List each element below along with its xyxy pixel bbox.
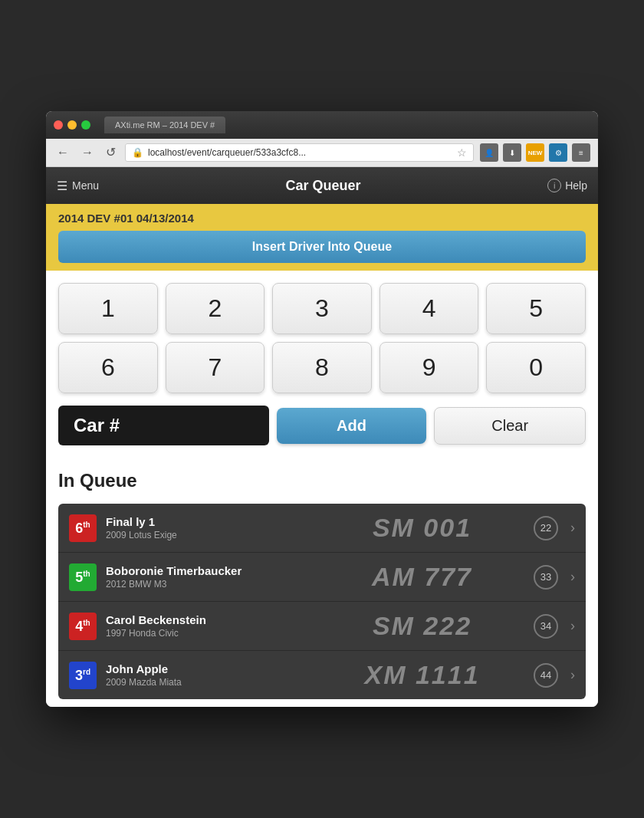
bookmark-icon[interactable]: ☆ [457, 146, 467, 159]
driver-name: John Apple [106, 662, 310, 675]
app-title: Car Queuer [99, 178, 547, 194]
minimize-button[interactable] [67, 120, 77, 130]
car-number: SM 001 [320, 513, 524, 543]
help-button[interactable]: i Help [547, 179, 587, 192]
car-number-display: Car # [58, 406, 269, 445]
run-count-badge: 34 [534, 614, 558, 639]
download-button[interactable]: ⬇ [503, 143, 521, 162]
driver-name: Carol Beckenstein [106, 613, 310, 626]
forward-button[interactable]: → [78, 145, 97, 160]
queue-item[interactable]: 6th Final ly 1 2009 Lotus Exige SM 001 2… [58, 504, 586, 553]
queue-item[interactable]: 5th Boboronie Timerbaucker 2012 BMW M3 A… [58, 553, 586, 602]
num-7-button[interactable]: 7 [166, 342, 265, 393]
extension-new-button[interactable]: NEW [526, 143, 544, 162]
menu-label: Menu [72, 179, 99, 192]
driver-info: Carol Beckenstein 1997 Honda Civic [106, 613, 310, 639]
browser-window: AXti.me RM – 2014 DEV # ← → ↺ 🔒 localhos… [46, 111, 598, 707]
num-8-button[interactable]: 8 [272, 342, 372, 393]
num-5-button[interactable]: 5 [486, 283, 586, 334]
tab-area: AXti.me RM – 2014 DEV # [104, 117, 590, 133]
insert-driver-button[interactable]: Insert Driver Into Queue [58, 231, 586, 263]
run-count-badge: 44 [534, 663, 558, 688]
chevron-right-icon: › [570, 569, 575, 585]
close-button[interactable] [54, 120, 63, 130]
car-number: SM 222 [320, 611, 524, 641]
queue-item[interactable]: 4th Carol Beckenstein 1997 Honda Civic S… [58, 602, 586, 651]
numpad-row-1: 1 2 3 4 5 [58, 283, 586, 334]
driver-name: Boboronie Timerbaucker [106, 564, 310, 577]
driver-car: 2009 Lotus Exige [106, 530, 310, 540]
menu-button[interactable]: ☰ Menu [57, 179, 99, 193]
driver-info: Final ly 1 2009 Lotus Exige [106, 515, 310, 540]
numpad-row-2: 6 7 8 9 0 [58, 342, 586, 393]
queue-section: In Queue 6th Final ly 1 2009 Lotus Exige… [46, 470, 598, 707]
refresh-button[interactable]: ↺ [103, 145, 119, 160]
traffic-lights [54, 120, 90, 130]
numpad: 1 2 3 4 5 6 7 8 9 0 [58, 283, 586, 393]
browser-actions: 👤 ⬇ NEW ⚙ ≡ [480, 143, 590, 162]
profile-button[interactable]: 👤 [480, 143, 498, 162]
event-title: 2014 DEV #01 04/13/2014 [58, 212, 586, 225]
num-6-button[interactable]: 6 [58, 342, 158, 393]
address-text: localhost/event/carqueuer/533a3cfc8... [148, 147, 452, 158]
title-bar: AXti.me RM – 2014 DEV # [46, 111, 598, 139]
num-9-button[interactable]: 9 [380, 342, 479, 393]
position-badge: 4th [69, 613, 97, 640]
run-count-badge: 22 [534, 516, 558, 540]
run-count-badge: 33 [534, 565, 558, 590]
driver-car: 1997 Honda Civic [106, 628, 310, 639]
num-4-button[interactable]: 4 [380, 283, 479, 334]
help-label: Help [565, 179, 587, 192]
main-content: 1 2 3 4 5 6 7 8 9 0 Car # Add Clear [46, 271, 598, 470]
num-0-button[interactable]: 0 [486, 342, 586, 393]
address-input[interactable]: 🔒 localhost/event/carqueuer/533a3cfc8...… [125, 143, 474, 162]
back-button[interactable]: ← [54, 145, 72, 160]
address-bar: ← → ↺ 🔒 localhost/event/carqueuer/533a3c… [46, 139, 598, 167]
position-badge: 3rd [69, 662, 97, 689]
chevron-right-icon: › [570, 520, 575, 536]
queue-title: In Queue [58, 470, 586, 498]
driver-info: John Apple 2009 Mazda Miata [106, 662, 310, 688]
car-number: AM 777 [320, 562, 524, 592]
chevron-right-icon: › [570, 618, 575, 634]
queue-item[interactable]: 3rd John Apple 2009 Mazda Miata XM 1111 … [58, 651, 586, 699]
chevron-right-icon: › [570, 667, 575, 683]
add-button[interactable]: Add [277, 408, 427, 444]
position-badge: 6th [69, 514, 97, 542]
queue-list: 6th Final ly 1 2009 Lotus Exige SM 001 2… [58, 504, 586, 699]
car-number: XM 1111 [320, 660, 524, 690]
event-banner: 2014 DEV #01 04/13/2014 Insert Driver In… [46, 204, 598, 271]
app-header: ☰ Menu Car Queuer i Help [46, 167, 598, 204]
num-2-button[interactable]: 2 [166, 283, 265, 334]
clear-button[interactable]: Clear [434, 407, 586, 445]
browser-tab[interactable]: AXti.me RM – 2014 DEV # [104, 117, 225, 133]
lock-icon: 🔒 [132, 147, 143, 158]
extension-button[interactable]: ⚙ [549, 143, 567, 162]
num-1-button[interactable]: 1 [58, 283, 158, 334]
driver-car: 2009 Mazda Miata [106, 677, 310, 688]
driver-name: Final ly 1 [106, 515, 310, 528]
driver-info: Boboronie Timerbaucker 2012 BMW M3 [106, 564, 310, 590]
hamburger-icon: ☰ [57, 179, 67, 193]
menu-button[interactable]: ≡ [572, 143, 590, 162]
car-input-row: Car # Add Clear [58, 406, 586, 445]
info-icon: i [547, 179, 561, 192]
driver-car: 2012 BMW M3 [106, 579, 310, 590]
num-3-button[interactable]: 3 [272, 283, 372, 334]
maximize-button[interactable] [81, 120, 90, 130]
position-badge: 5th [69, 563, 97, 591]
